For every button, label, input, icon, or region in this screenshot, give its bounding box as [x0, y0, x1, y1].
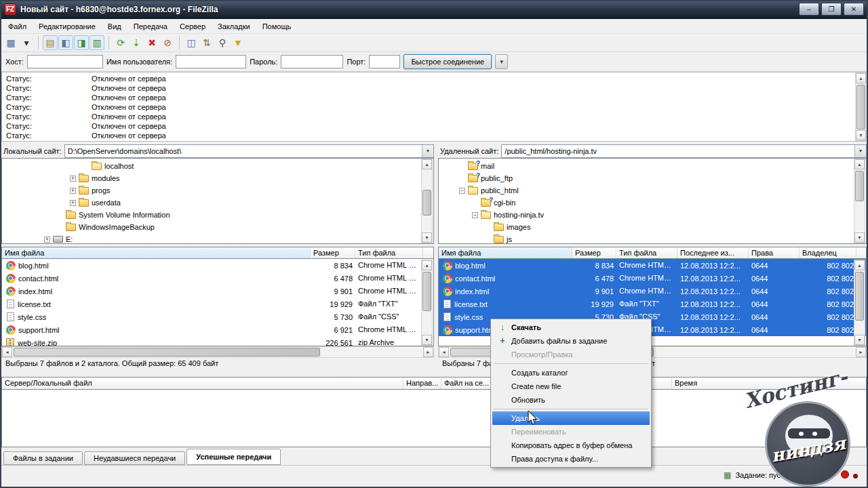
- file-row[interactable]: blog.html8 834Chrome HTML Document12.08.…: [439, 259, 866, 272]
- remote-path-dropdown-icon[interactable]: ▾: [854, 145, 866, 157]
- column-header[interactable]: Имя файла: [439, 247, 572, 258]
- tree-item[interactable]: +public_ftp: [439, 172, 866, 184]
- expand-expander-icon[interactable]: +: [70, 200, 76, 206]
- expand-expander-icon[interactable]: +: [70, 176, 76, 182]
- column-header[interactable]: Права: [749, 247, 800, 258]
- scroll-thumb[interactable]: [422, 190, 431, 216]
- quickconnect-dropdown-button[interactable]: ▾: [495, 54, 508, 69]
- expand-expander-icon[interactable]: +: [44, 237, 50, 243]
- file-row[interactable]: index.html9 901Chrome HTML Document: [2, 285, 433, 298]
- local-path-combo[interactable]: D:\OpenServer\domains\localhost\ ▾: [64, 144, 434, 158]
- tab-successful-transfers[interactable]: Успешные передачи: [186, 449, 281, 465]
- file-row[interactable]: license.txt19 929Файл "TXT"12.08.2013 12…: [439, 298, 866, 310]
- directory-compare-icon[interactable]: ◫: [184, 35, 199, 50]
- column-header[interactable]: Тип файла: [616, 247, 677, 258]
- scroll-thumb[interactable]: [855, 272, 864, 321]
- local-tree-scrollbar[interactable]: ▲▼: [421, 159, 433, 243]
- file-row[interactable]: style.css5 730Файл "CSS": [2, 310, 433, 323]
- maximize-button[interactable]: ❐: [821, 3, 842, 16]
- scroll-thumb[interactable]: [855, 171, 864, 201]
- tree-item[interactable]: +userdata: [2, 197, 433, 209]
- tree-item[interactable]: +modules: [2, 172, 433, 184]
- local-file-scrollbar[interactable]: ▲▼: [421, 260, 433, 346]
- toggle-queue-icon[interactable]: ▥: [90, 35, 104, 50]
- menu-item[interactable]: Файл: [2, 20, 33, 33]
- tree-item[interactable]: +System Volume Information: [2, 209, 433, 221]
- local-hscrollbar[interactable]: ◄►: [1, 346, 434, 358]
- scroll-thumb[interactable]: [14, 348, 320, 357]
- context-menu-item[interactable]: ↓Скачать: [492, 321, 650, 334]
- column-header[interactable]: Последнее из...: [677, 247, 749, 258]
- scroll-down-icon[interactable]: ▼: [854, 232, 865, 243]
- scroll-up-icon[interactable]: ▲: [854, 159, 865, 169]
- context-menu-item[interactable]: Копировать адрес в буфер обмена: [492, 439, 650, 452]
- scroll-up-icon[interactable]: ▲: [854, 260, 865, 270]
- scroll-thumb[interactable]: [422, 272, 431, 311]
- file-row[interactable]: index.html9 901Chrome HTML Document12.08…: [439, 285, 866, 298]
- collapse-expander-icon[interactable]: −: [459, 188, 465, 194]
- scroll-thumb[interactable]: [856, 85, 865, 129]
- column-header[interactable]: Направ...: [403, 378, 441, 389]
- tree-item[interactable]: +progs: [2, 184, 433, 197]
- scroll-up-icon[interactable]: ▲: [856, 73, 866, 83]
- local-path-dropdown-icon[interactable]: ▾: [422, 145, 433, 157]
- scroll-left-icon[interactable]: ◄: [2, 347, 12, 357]
- scroll-down-icon[interactable]: ▼: [856, 130, 866, 140]
- remote-path-combo[interactable]: /public_html/hosting-ninja.tv ▾: [501, 144, 867, 158]
- toggle-message-log-icon[interactable]: ▤: [43, 35, 58, 50]
- column-header[interactable]: Размер: [311, 247, 355, 258]
- column-header[interactable]: Время: [672, 378, 867, 389]
- file-row[interactable]: license.txt19 929Файл "TXT": [2, 298, 433, 310]
- find-files-icon[interactable]: ⚲: [215, 35, 230, 50]
- remote-file-scrollbar[interactable]: ▲▼: [854, 260, 865, 346]
- host-input[interactable]: [27, 55, 103, 68]
- scroll-up-icon[interactable]: ▲: [422, 260, 432, 270]
- menu-item[interactable]: Помощь: [256, 20, 298, 33]
- tree-item[interactable]: +E:: [2, 233, 433, 244]
- tree-item[interactable]: +mail: [439, 160, 866, 172]
- file-row[interactable]: contact.html6 478Chrome HTML Document12.…: [439, 272, 866, 285]
- site-manager-icon[interactable]: ▦: [3, 35, 18, 50]
- tab-failed-transfers[interactable]: Неудавшиеся передачи: [84, 451, 185, 465]
- tree-item[interactable]: −hosting-ninja.tv: [439, 209, 866, 221]
- toggle-local-tree-icon[interactable]: ◧: [58, 35, 73, 50]
- menu-item[interactable]: Закладки: [212, 20, 256, 33]
- tree-item[interactable]: +cgi-bin: [439, 197, 866, 209]
- tree-item[interactable]: +images: [439, 221, 866, 233]
- remote-tree-scrollbar[interactable]: ▲▼: [854, 159, 865, 243]
- context-menu-item[interactable]: Права доступа к файлу...: [492, 452, 650, 466]
- tab-queued-files[interactable]: Файлы в задании: [3, 451, 83, 465]
- username-input[interactable]: [176, 55, 246, 68]
- menu-item[interactable]: Передача: [127, 20, 174, 33]
- tree-item[interactable]: −public_html: [439, 184, 866, 197]
- expand-expander-icon[interactable]: +: [70, 188, 76, 194]
- file-row[interactable]: contact.html6 478Chrome HTML Document: [2, 272, 433, 285]
- scroll-down-icon[interactable]: ▼: [854, 335, 865, 345]
- column-header[interactable]: Сервер/Локальный файл: [2, 378, 403, 389]
- file-row[interactable]: support.html6 921Chrome HTML Document: [2, 323, 433, 336]
- collapse-expander-icon[interactable]: −: [472, 212, 478, 218]
- column-header[interactable]: Размер: [572, 247, 616, 258]
- sync-browsing-icon[interactable]: ⇅: [199, 35, 214, 50]
- tree-item[interactable]: +localhost: [2, 160, 433, 172]
- process-queue-icon[interactable]: ⇣: [129, 35, 144, 50]
- quickconnect-button[interactable]: Быстрое соединение: [403, 54, 492, 69]
- toggle-remote-tree-icon[interactable]: ◨: [74, 35, 89, 50]
- menu-item[interactable]: Редактирование: [33, 20, 102, 33]
- password-input[interactable]: [281, 55, 343, 68]
- menu-item[interactable]: Сервер: [174, 20, 212, 33]
- file-row[interactable]: blog.html8 834Chrome HTML Document: [2, 259, 433, 272]
- context-menu-item[interactable]: Создать каталог: [492, 366, 650, 380]
- context-menu-item[interactable]: Create new file: [492, 380, 650, 393]
- scroll-down-icon[interactable]: ▼: [422, 335, 432, 345]
- context-menu-item[interactable]: Удалить: [492, 411, 650, 425]
- menu-item[interactable]: Вид: [102, 20, 127, 33]
- scroll-right-icon[interactable]: ►: [423, 347, 433, 357]
- column-header[interactable]: Тип файла: [355, 247, 423, 258]
- refresh-icon[interactable]: ⟳: [113, 35, 128, 50]
- port-input[interactable]: [369, 55, 400, 68]
- file-row[interactable]: web-site.zip226 561zip Archive: [2, 336, 433, 346]
- minimize-button[interactable]: –: [799, 3, 819, 16]
- tree-item[interactable]: +js: [439, 233, 866, 244]
- context-menu-item[interactable]: +Добавить файлы в задание: [492, 334, 650, 348]
